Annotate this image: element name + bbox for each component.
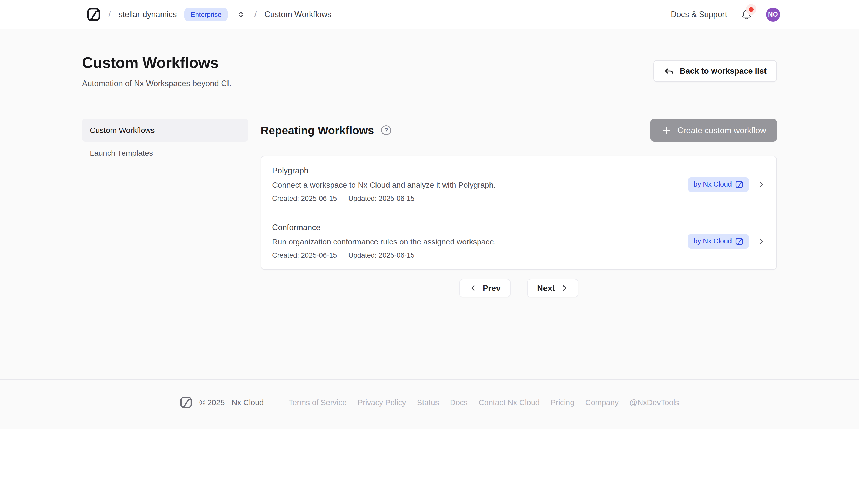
footer: © 2025 - Nx Cloud Terms of Service Priva…	[0, 379, 859, 429]
workflow-created: Created: 2025-06-15	[272, 251, 337, 260]
notifications-button[interactable]	[741, 9, 752, 20]
chevron-right-icon	[757, 237, 766, 246]
page-header: Custom Workflows Automation of Nx Worksp…	[79, 29, 780, 88]
badge-label: by Nx Cloud	[694, 238, 732, 245]
page-subtitle: Automation of Nx Workspaces beyond CI.	[82, 79, 231, 88]
workflow-info: Conformance Run organization conformance…	[272, 223, 496, 260]
breadcrumb-page: Custom Workflows	[265, 10, 331, 19]
breadcrumb: / stellar-dynamics Enterprise / Custom W…	[79, 7, 331, 21]
by-nx-cloud-badge: by Nx Cloud	[688, 234, 749, 249]
workflow-row-polygraph[interactable]: Polygraph Connect a workspace to Nx Clou…	[261, 156, 777, 213]
top-bar: / stellar-dynamics Enterprise / Custom W…	[0, 0, 859, 29]
chevron-left-icon	[469, 284, 477, 292]
nx-logo-icon	[735, 238, 743, 245]
footer-link-docs[interactable]: Docs	[450, 398, 468, 407]
workflow-name: Conformance	[272, 223, 496, 232]
back-to-workspace-list-button[interactable]: Back to workspace list	[653, 60, 777, 82]
badge-label: by Nx Cloud	[694, 181, 732, 188]
footer-link-pricing[interactable]: Pricing	[551, 398, 574, 407]
breadcrumb-workspace[interactable]: stellar-dynamics	[118, 10, 177, 19]
chevron-up-down-icon	[237, 10, 245, 19]
pagination: Prev Next	[261, 279, 777, 297]
notification-dot	[749, 7, 754, 12]
workflow-info: Polygraph Connect a workspace to Nx Clou…	[272, 166, 495, 203]
enterprise-badge: Enterprise	[184, 8, 228, 21]
footer-link-status[interactable]: Status	[417, 398, 439, 407]
breadcrumb-separator: /	[108, 9, 111, 19]
help-icon[interactable]: ?	[381, 125, 391, 135]
footer-link-privacy[interactable]: Privacy Policy	[358, 398, 406, 407]
by-nx-cloud-badge: by Nx Cloud	[688, 177, 749, 192]
chevron-right-icon	[757, 180, 766, 189]
sidebar-item-launch-templates[interactable]: Launch Templates	[82, 142, 248, 165]
next-page-button[interactable]: Next	[527, 279, 578, 297]
workflow-updated: Updated: 2025-06-15	[348, 251, 415, 260]
next-label: Next	[537, 284, 555, 293]
workflow-description: Connect a workspace to Nx Cloud and anal…	[272, 181, 495, 189]
breadcrumb-separator: /	[254, 9, 257, 19]
sidebar: Custom Workflows Launch Templates	[82, 119, 248, 297]
footer-link-terms[interactable]: Terms of Service	[288, 398, 346, 407]
workspace-switcher-button[interactable]	[236, 9, 246, 20]
create-custom-workflow-button[interactable]: Create custom workflow	[650, 119, 777, 142]
nx-logo-icon[interactable]	[87, 7, 101, 21]
workflow-updated: Updated: 2025-06-15	[348, 195, 415, 203]
workflow-description: Run organization conformance rules on th…	[272, 238, 496, 246]
back-button-label: Back to workspace list	[680, 66, 767, 76]
copyright: © 2025 - Nx Cloud	[199, 398, 263, 407]
workflow-row-conformance[interactable]: Conformance Run organization conformance…	[261, 213, 777, 270]
section-title: Repeating Workflows ?	[261, 124, 391, 137]
create-button-label: Create custom workflow	[678, 126, 766, 135]
docs-support-link[interactable]: Docs & Support	[671, 10, 727, 19]
footer-links: Terms of Service Privacy Policy Status D…	[288, 398, 679, 407]
prev-page-button[interactable]: Prev	[459, 279, 511, 297]
page-body: Custom Workflows Automation of Nx Worksp…	[0, 29, 859, 429]
workflow-created: Created: 2025-06-15	[272, 195, 337, 203]
undo-arrow-icon	[664, 66, 675, 77]
prev-label: Prev	[483, 284, 501, 293]
sidebar-item-custom-workflows[interactable]: Custom Workflows	[82, 119, 248, 142]
avatar[interactable]: NO	[766, 7, 780, 21]
workflow-name: Polygraph	[272, 166, 495, 175]
chevron-right-icon	[561, 284, 569, 292]
footer-link-company[interactable]: Company	[585, 398, 619, 407]
plus-icon	[661, 125, 671, 135]
nx-logo-icon	[180, 396, 192, 409]
workflow-list: Polygraph Connect a workspace to Nx Clou…	[261, 156, 777, 270]
page-title: Custom Workflows	[82, 54, 231, 72]
section-title-text: Repeating Workflows	[261, 124, 374, 137]
main-panel: Repeating Workflows ? Create custom work…	[261, 119, 777, 297]
footer-link-contact[interactable]: Contact Nx Cloud	[479, 398, 540, 407]
footer-link-nxdevtools[interactable]: @NxDevTools	[630, 398, 679, 407]
top-nav: Docs & Support NO	[671, 7, 780, 21]
nx-logo-icon	[735, 181, 743, 188]
